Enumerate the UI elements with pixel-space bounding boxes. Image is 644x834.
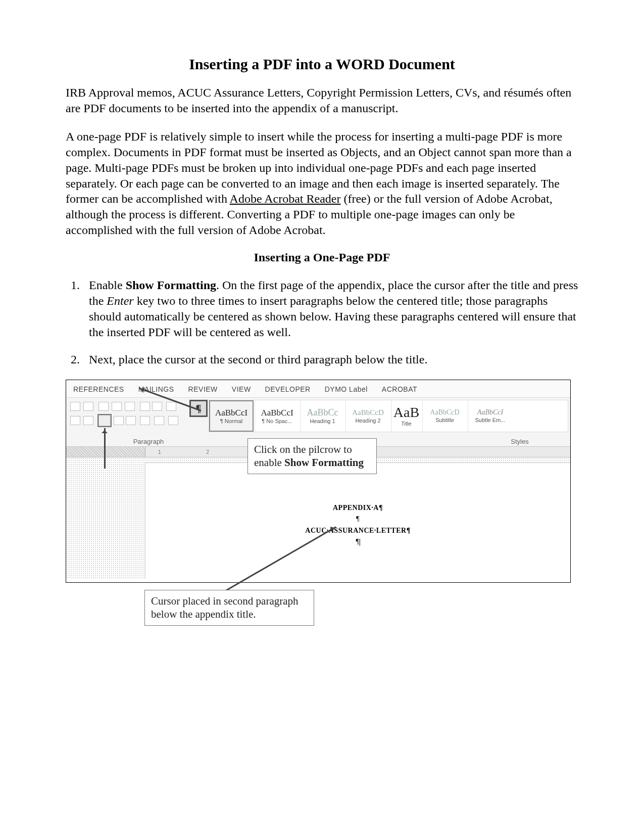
multilevel-list-icon[interactable] bbox=[125, 402, 135, 411]
font-color-dropdown-icon[interactable] bbox=[70, 402, 80, 411]
increase-indent-icon[interactable] bbox=[152, 402, 162, 411]
style-subtitle[interactable]: AaBbCcD Subtitle bbox=[422, 400, 467, 432]
page-title: Inserting a PDF into a WORD Document bbox=[66, 56, 578, 73]
ribbon-frame: REFERENCES MAILINGS REVIEW VIEW DEVELOPE… bbox=[66, 380, 571, 583]
section-heading: Inserting a One-Page PDF bbox=[66, 251, 578, 264]
format-painter-icon[interactable] bbox=[83, 402, 93, 411]
tab-review[interactable]: REVIEW bbox=[188, 385, 218, 393]
step-1: Enable Show Formatting. On the first pag… bbox=[83, 277, 578, 340]
bullets-icon[interactable] bbox=[98, 402, 109, 411]
intro-paragraph-1: IRB Approval memos, ACUC Assurance Lette… bbox=[66, 85, 578, 116]
tab-developer[interactable]: DEVELOPER bbox=[265, 385, 311, 393]
style-title[interactable]: AaB Title bbox=[391, 400, 421, 432]
arrow-to-align-icon bbox=[104, 428, 106, 469]
decrease-indent-icon[interactable] bbox=[140, 402, 150, 411]
sort-icon[interactable] bbox=[166, 402, 176, 411]
text-highlight-icon[interactable] bbox=[83, 416, 93, 425]
tab-dymo[interactable]: DYMO Label bbox=[325, 385, 368, 393]
tab-acrobat[interactable]: ACROBAT bbox=[382, 385, 417, 393]
pilcrow-line-2: ¶ bbox=[305, 536, 410, 547]
callout-pilcrow: Click on the pilcrow to enable Show Form… bbox=[247, 438, 377, 474]
document-text: APPENDIX·A¶ ¶ ACUC·ASSURANCE·LETTER¶ ¶ bbox=[305, 502, 410, 548]
intro-paragraph-2: A one-page PDF is relatively simple to i… bbox=[66, 129, 578, 238]
borders-icon[interactable] bbox=[168, 416, 178, 425]
pilcrow-button[interactable]: ¶ bbox=[189, 400, 208, 417]
adobe-reader-link[interactable]: Adobe Acrobat Reader bbox=[230, 192, 341, 205]
style-no-spacing[interactable]: AaBbCcI ¶ No Spac... bbox=[255, 400, 299, 432]
group-label-paragraph: Paragraph bbox=[89, 438, 208, 445]
callout-cursor: Cursor placed in second paragraph below … bbox=[144, 590, 314, 626]
group-label-styles: Styles bbox=[469, 438, 570, 445]
steps-list: Enable Show Formatting. On the first pag… bbox=[66, 277, 578, 367]
style-heading-1[interactable]: AaBbCc Heading 1 bbox=[300, 400, 344, 432]
style-heading-2[interactable]: AaBbCcD Heading 2 bbox=[345, 400, 390, 432]
document-area: APPENDIX·A¶ ¶ ACUC·ASSURANCE·LETTER¶ ¶ bbox=[66, 457, 570, 579]
document-page[interactable]: APPENDIX·A¶ ¶ ACUC·ASSURANCE·LETTER¶ ¶ bbox=[145, 462, 570, 579]
font-color-icon[interactable] bbox=[70, 416, 80, 425]
pilcrow-line-1: ¶ bbox=[305, 514, 410, 525]
numbering-icon[interactable] bbox=[112, 402, 122, 411]
text-cursor-icon bbox=[359, 539, 360, 546]
shading-icon[interactable] bbox=[154, 416, 164, 425]
line-spacing-icon[interactable] bbox=[140, 416, 150, 425]
align-center-icon[interactable] bbox=[114, 416, 124, 425]
style-subtle-emphasis[interactable]: AaBbCcI Subtle Em... bbox=[468, 400, 512, 432]
align-left-icon[interactable] bbox=[98, 415, 111, 426]
appendix-title-line: APPENDIX·A¶ bbox=[305, 502, 410, 514]
tab-view[interactable]: VIEW bbox=[232, 385, 251, 393]
styles-gallery: AaBbCcI ¶ Normal AaBbCcI ¶ No Spac... Aa… bbox=[209, 400, 568, 432]
tab-references[interactable]: REFERENCES bbox=[73, 385, 124, 393]
word-screenshot-figure: REFERENCES MAILINGS REVIEW VIEW DEVELOPE… bbox=[66, 380, 571, 583]
style-normal[interactable]: AaBbCcI ¶ Normal bbox=[209, 400, 254, 432]
step-2: Next, place the cursor at the second or … bbox=[83, 352, 578, 367]
align-right-icon[interactable] bbox=[126, 416, 136, 425]
paragraph-group-icons bbox=[70, 401, 186, 436]
